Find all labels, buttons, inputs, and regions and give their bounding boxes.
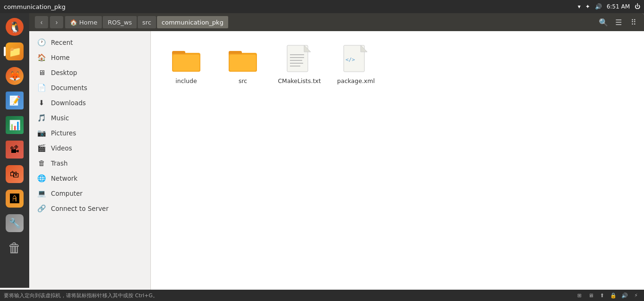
pictures-icon: 📷	[37, 128, 46, 138]
titlebar: 🐧 📁 🦊 📝	[0, 13, 644, 31]
wifi-icon: ▾	[578, 3, 581, 10]
sidebar-item-pictures[interactable]: 📷 Pictures	[29, 125, 150, 141]
home-icon: 🏠	[37, 53, 46, 62]
dock-item-trash[interactable]: 🗑	[3, 236, 26, 259]
recent-icon: 🕐	[37, 38, 46, 47]
statusbar-icon-6: ⚡	[632, 291, 640, 300]
file-item-package-xml[interactable]: </> package.xml	[330, 41, 382, 88]
dock: 🐧 📁 🦊 📝	[0, 13, 29, 288]
statusbar-icon-5: 🔊	[620, 291, 629, 300]
content-area: 🕐 Recent 🏠 Home 🖥 Desktop 📄 Documents ⬇ …	[0, 31, 644, 290]
sidebar-item-connect-to-server[interactable]: 🔗 Connect to Server	[29, 201, 150, 216]
file-label-src: src	[239, 77, 247, 84]
file-label-include: include	[175, 77, 197, 84]
dock-item-writer[interactable]: 📝	[3, 89, 26, 112]
sidebar-item-home[interactable]: 🏠 Home	[29, 50, 150, 65]
sidebar-item-network[interactable]: 🌐 Network	[29, 171, 150, 186]
bluetooth-icon: ✦	[586, 3, 590, 10]
home-icon: 🏠	[70, 19, 77, 26]
breadcrumb-src[interactable]: src	[138, 16, 156, 28]
file-area: include src	[151, 31, 644, 290]
file-item-src[interactable]: src	[217, 41, 269, 88]
downloads-icon: ⬇	[37, 98, 46, 108]
computer-icon: 💻	[37, 189, 46, 198]
sidebar-item-trash[interactable]: 🗑 Trash	[29, 156, 150, 171]
system-bar-right: ▾ ✦ 🔊 6:51 AM ⏻	[578, 3, 640, 10]
dock-item-firefox[interactable]: 🦊	[3, 64, 26, 88]
trash-icon: 🗑	[37, 159, 46, 168]
folder-include-icon	[171, 44, 201, 75]
dock-item-impress[interactable]: 📽	[3, 138, 26, 161]
breadcrumb: 🏠 Home ROS_ws src communication_pkg	[65, 16, 595, 28]
documents-icon: 📄	[37, 83, 46, 92]
forward-button[interactable]: ›	[50, 16, 63, 28]
search-button[interactable]: 🔍	[597, 16, 610, 28]
system-bar-left: communication_pkg	[4, 3, 66, 10]
grid-view-button[interactable]: ⠿	[627, 16, 640, 28]
xml-file-icon: </>	[341, 44, 371, 75]
window-title: communication_pkg	[4, 3, 66, 10]
desktop-icon: 🖥	[37, 68, 46, 77]
dock-item-ubuntu[interactable]: 🐧	[3, 15, 26, 39]
file-label-package-xml: package.xml	[337, 77, 375, 84]
status-message: 要将输入定向到该虚拟机，请将鼠标指标针移入其中或按 Ctrl+G。	[4, 292, 158, 299]
sidebar-item-music[interactable]: 🎵 Music	[29, 110, 150, 125]
dock-item-tools[interactable]: 🔧	[3, 211, 26, 235]
statusbar-icon-2: 🖥	[586, 291, 595, 300]
sidebar-item-recent[interactable]: 🕐 Recent	[29, 35, 150, 50]
sidebar-item-downloads[interactable]: ⬇ Downloads	[29, 95, 150, 110]
music-icon: 🎵	[37, 113, 46, 123]
sidebar-item-computer[interactable]: 💻 Computer	[29, 186, 150, 201]
network-icon: 🌐	[37, 174, 46, 183]
file-label-cmakelists: CMakeLists.txt	[278, 77, 321, 84]
svg-rect-7	[230, 55, 256, 71]
file-item-cmakelists[interactable]: CMakeLists.txt	[273, 41, 325, 88]
dock-item-appcenter[interactable]: 🛍	[3, 162, 26, 186]
file-manager-window: 🐧 📁 🦊 📝	[0, 13, 644, 301]
dock-item-amazon[interactable]: 🅰	[3, 187, 26, 210]
statusbar-right: ⊞ 🖥 ⬆ 🔒 🔊 ⚡	[575, 291, 640, 300]
sidebar: 🕐 Recent 🏠 Home 🖥 Desktop 📄 Documents ⬇ …	[29, 31, 151, 290]
breadcrumb-ros-ws[interactable]: ROS_ws	[103, 16, 136, 28]
list-view-button[interactable]: ☰	[612, 16, 625, 28]
text-file-icon	[284, 44, 314, 75]
sidebar-item-videos[interactable]: 🎬 Videos	[29, 141, 150, 156]
volume-icon: 🔊	[595, 3, 602, 10]
file-item-include[interactable]: include	[160, 41, 212, 88]
dock-item-calc[interactable]: 📊	[3, 113, 26, 137]
statusbar-icon-1: ⊞	[575, 291, 584, 300]
connect-server-icon: 🔗	[37, 204, 46, 213]
sidebar-item-desktop[interactable]: 🖥 Desktop	[29, 65, 150, 80]
statusbar-icon-3: ⬆	[598, 291, 606, 300]
svg-text:</>: </>	[346, 57, 355, 63]
power-icon: ⏻	[635, 3, 640, 10]
sidebar-item-documents[interactable]: 📄 Documents	[29, 80, 150, 95]
videos-icon: 🎬	[37, 143, 46, 153]
toolbar-right: 🔍 ☰ ⠿	[597, 16, 640, 28]
back-button[interactable]: ‹	[35, 16, 48, 28]
statusbar-icon-4: 🔒	[609, 291, 618, 300]
system-bar: communication_pkg ▾ ✦ 🔊 6:51 AM ⏻	[0, 0, 644, 13]
dock-item-files[interactable]: 📁	[3, 40, 26, 63]
svg-rect-3	[173, 55, 199, 71]
folder-src-icon	[228, 44, 258, 75]
breadcrumb-home[interactable]: 🏠 Home	[65, 16, 102, 28]
breadcrumb-communication-pkg[interactable]: communication_pkg	[157, 16, 228, 28]
statusbar: 要将输入定向到该虚拟机，请将鼠标指标针移入其中或按 Ctrl+G。 ⊞ 🖥 ⬆ …	[0, 290, 644, 301]
clock: 6:51 AM	[607, 3, 630, 10]
